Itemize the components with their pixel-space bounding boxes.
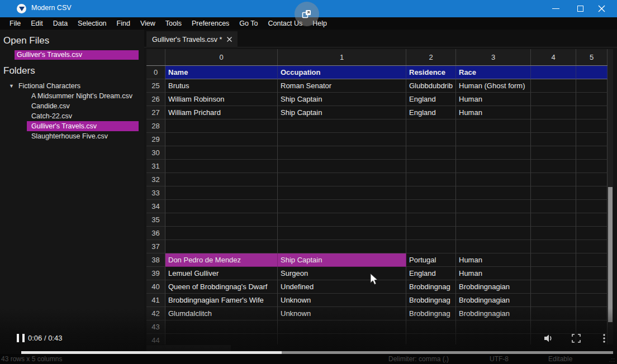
grid-cell[interactable]	[531, 119, 576, 133]
grid-cell[interactable]: Brobdingnagian	[456, 294, 531, 307]
row-header[interactable]: 38	[146, 253, 165, 267]
fullscreen-button[interactable]	[571, 333, 581, 343]
row-header[interactable]: 28	[146, 119, 165, 133]
grid-cell[interactable]	[165, 186, 278, 200]
grid-cell[interactable]	[576, 240, 607, 253]
row-header[interactable]: 40	[146, 280, 165, 294]
popup-player-button[interactable]	[295, 2, 319, 26]
tab-gullivers-travels[interactable]: Gulliver's Travels.csv *	[146, 31, 238, 47]
grid-cell[interactable]	[278, 227, 406, 240]
grid-cell[interactable]	[531, 227, 576, 240]
folder-root-fictional-characters[interactable]: ▼ Fictional Characters	[9, 82, 144, 90]
grid-cell[interactable]: Queen of Brobdingnag's Dwarf	[165, 280, 278, 294]
grid-cell[interactable]	[456, 146, 531, 160]
grid-cell[interactable]	[165, 133, 278, 146]
grid-cell[interactable]	[576, 93, 607, 106]
grid-cell[interactable]	[531, 267, 576, 280]
grid-cell[interactable]: Glumdalclitch	[165, 307, 278, 320]
grid-cell[interactable]	[456, 227, 531, 240]
folder-file-item[interactable]: Slaughterhouse Five.csv	[29, 131, 141, 141]
grid-cell[interactable]: England	[406, 106, 456, 119]
grid-cell[interactable]	[406, 133, 456, 146]
folder-file-item[interactable]: A Midsummer Night's Dream.csv	[29, 91, 141, 101]
grid-cell[interactable]	[576, 173, 607, 186]
grid-cell[interactable]	[576, 119, 607, 133]
grid-cell[interactable]	[576, 227, 607, 240]
grid-cell[interactable]	[531, 280, 576, 294]
grid-cell[interactable]: Undefined	[278, 280, 406, 294]
row-header[interactable]: 43	[146, 320, 165, 334]
grid-cell[interactable]: Human	[456, 106, 531, 119]
grid-cell[interactable]	[406, 160, 456, 173]
grid-cell[interactable]: William Prichard	[165, 106, 278, 119]
row-header[interactable]: 37	[146, 240, 165, 253]
grid-cell[interactable]	[406, 240, 456, 253]
grid-cell[interactable]	[531, 146, 576, 160]
grid-cell[interactable]: Human	[456, 93, 531, 106]
grid-cell[interactable]	[456, 334, 531, 344]
grid-cell[interactable]: Brobdingnag	[406, 307, 456, 320]
grid-cell[interactable]	[165, 227, 278, 240]
grid-cell[interactable]: Brutus	[165, 79, 278, 93]
resize-grip[interactable]: .::	[609, 357, 615, 363]
grid-cell[interactable]	[406, 200, 456, 213]
grid-cell[interactable]	[165, 146, 278, 160]
grid-cell[interactable]	[531, 106, 576, 119]
grid-cell[interactable]	[576, 133, 607, 146]
grid-cell[interactable]: William Robinson	[165, 93, 278, 106]
grid-cell[interactable]	[531, 93, 576, 106]
grid-cell[interactable]	[531, 320, 576, 334]
status-encoding[interactable]: UTF-8	[490, 355, 509, 363]
grid-cell[interactable]	[456, 119, 531, 133]
row-header[interactable]: 29	[146, 133, 165, 146]
grid-cell[interactable]	[406, 334, 456, 344]
grid-corner-cell[interactable]	[146, 49, 165, 65]
vertical-scrollbar[interactable]	[607, 49, 613, 344]
grid-cell[interactable]	[165, 119, 278, 133]
grid-cell[interactable]: Name	[165, 66, 278, 79]
grid-cell[interactable]	[456, 213, 531, 227]
grid-cell[interactable]	[406, 186, 456, 200]
grid-cell[interactable]: Race	[456, 66, 531, 79]
grid-cell[interactable]: Brobdingnag	[406, 280, 456, 294]
grid-cell[interactable]	[576, 79, 607, 93]
grid-cell[interactable]	[456, 200, 531, 213]
column-header[interactable]: 5	[576, 49, 607, 65]
grid-cell[interactable]	[576, 307, 607, 320]
column-header[interactable]: 4	[531, 49, 576, 65]
menu-item-data[interactable]: Data	[48, 20, 73, 27]
status-mode[interactable]: Editable	[548, 355, 572, 363]
pause-button[interactable]	[17, 334, 25, 342]
grid-cell[interactable]: Lemuel Gulliver	[165, 267, 278, 280]
grid-cell[interactable]	[531, 307, 576, 320]
grid-cell[interactable]	[278, 133, 406, 146]
grid-cell[interactable]	[165, 320, 278, 334]
grid-cell[interactable]	[576, 267, 607, 280]
close-button[interactable]	[589, 0, 614, 17]
column-header[interactable]: 3	[456, 49, 531, 65]
grid-cell[interactable]	[278, 240, 406, 253]
vertical-scrollbar-thumb[interactable]	[608, 187, 613, 322]
grid-cell[interactable]	[576, 253, 607, 267]
grid-cell[interactable]	[576, 186, 607, 200]
grid-cell[interactable]: Brobdingnagian	[456, 280, 531, 294]
row-header[interactable]: 30	[146, 146, 165, 160]
menu-item-selection[interactable]: Selection	[73, 20, 111, 27]
grid-cell[interactable]	[278, 186, 406, 200]
grid-cell[interactable]	[531, 200, 576, 213]
grid-cell[interactable]	[576, 160, 607, 173]
folder-file-item[interactable]: Catch-22.csv	[29, 111, 141, 121]
grid-cell[interactable]	[576, 213, 607, 227]
open-file-item[interactable]: Gulliver's Travels.csv	[15, 50, 139, 60]
grid-cell[interactable]	[165, 213, 278, 227]
grid-cell[interactable]: Brobdingnagian Famer's Wife	[165, 294, 278, 307]
grid-cell[interactable]	[406, 227, 456, 240]
grid-cell[interactable]	[531, 66, 576, 79]
row-header[interactable]: 25	[146, 79, 165, 93]
column-header[interactable]: 2	[406, 49, 456, 65]
grid-cell[interactable]	[165, 200, 278, 213]
grid-cell[interactable]	[165, 160, 278, 173]
player-menu-button[interactable]	[599, 333, 609, 343]
grid-cell[interactable]	[531, 133, 576, 146]
grid-cell[interactable]	[531, 173, 576, 186]
